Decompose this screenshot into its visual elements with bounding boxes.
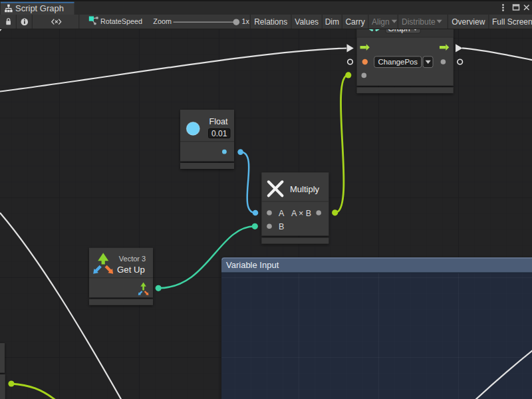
svg-text:Values: Values — [295, 17, 319, 27]
svg-text:Get Up: Get Up — [117, 265, 145, 275]
svg-text:Full Screen: Full Screen — [492, 17, 532, 27]
svg-text:Vector 3: Vector 3 — [119, 255, 146, 263]
svg-text:1x: 1x — [242, 17, 250, 25]
svg-text:A × B: A × B — [291, 209, 311, 218]
svg-text:Variable Input: Variable Input — [226, 260, 279, 270]
svg-text:RotateSpeed: RotateSpeed — [100, 17, 142, 25]
svg-text:Multiply: Multiply — [290, 184, 320, 194]
svg-text:Distribute: Distribute — [402, 17, 436, 27]
svg-text:Script Graph: Script Graph — [15, 3, 64, 13]
svg-text:0.01: 0.01 — [211, 129, 227, 138]
svg-text:Relations: Relations — [254, 17, 287, 27]
svg-text:Float: Float — [209, 117, 228, 126]
svg-text:B: B — [279, 222, 284, 231]
svg-text:ChangePos: ChangePos — [378, 58, 418, 66]
svg-text:Dim: Dim — [325, 17, 339, 27]
svg-text:A: A — [279, 209, 285, 218]
svg-text:Carry: Carry — [345, 17, 364, 27]
svg-text:Zoom: Zoom — [153, 17, 172, 25]
svg-text:Overview: Overview — [452, 17, 485, 27]
svg-text:Align: Align — [372, 17, 390, 27]
